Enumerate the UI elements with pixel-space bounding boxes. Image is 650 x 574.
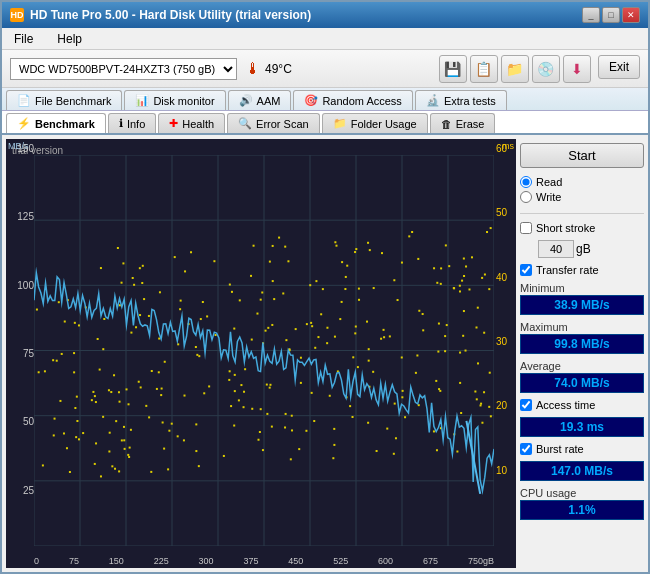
stroke-value-input[interactable] bbox=[538, 240, 574, 258]
menu-help[interactable]: Help bbox=[53, 31, 86, 47]
maximum-value: 99.8 MB/s bbox=[520, 334, 644, 354]
maximize-button[interactable]: □ bbox=[602, 7, 620, 23]
health-icon: ✚ bbox=[169, 117, 178, 130]
transfer-rate-label[interactable]: Transfer rate bbox=[520, 264, 644, 276]
maximum-label: Maximum bbox=[520, 321, 644, 333]
short-stroke-checkbox[interactable] bbox=[520, 222, 532, 234]
burst-rate-text: Burst rate bbox=[536, 443, 584, 455]
tab-folder-usage[interactable]: 📁 Folder Usage bbox=[322, 113, 428, 133]
minimum-stat: Minimum 38.9 MB/s bbox=[520, 282, 644, 315]
extra-tests-icon: 🔬 bbox=[426, 94, 440, 107]
tabs-row2: ⚡ Benchmark ℹ Info ✚ Health 🔍 Error Scan… bbox=[2, 111, 648, 135]
toolbar-buttons: 💾 📋 📁 💿 ⬇ Exit bbox=[439, 55, 640, 83]
copy-button[interactable]: 📋 bbox=[470, 55, 498, 83]
access-time-text: Access time bbox=[536, 399, 595, 411]
burst-rate-checkbox-label[interactable]: Burst rate bbox=[520, 443, 644, 455]
save-button[interactable]: 💾 bbox=[439, 55, 467, 83]
y-axis-left: 150 125 100 75 50 25 bbox=[6, 139, 36, 568]
write-radio-label[interactable]: Write bbox=[520, 191, 644, 203]
write-label: Write bbox=[536, 191, 561, 203]
app-icon: HD bbox=[10, 8, 24, 22]
cpu-label: CPU usage bbox=[520, 487, 644, 499]
erase-icon: 🗑 bbox=[441, 118, 452, 130]
close-button[interactable]: ✕ bbox=[622, 7, 640, 23]
tab-random-access[interactable]: 🎯 Random Access bbox=[293, 90, 412, 110]
window-title: HD Tune Pro 5.00 - Hard Disk Utility (tr… bbox=[30, 8, 311, 22]
benchmark-icon: ⚡ bbox=[17, 117, 31, 130]
cpu-stat: CPU usage 1.1% bbox=[520, 487, 644, 520]
toolbar: WDC WD7500BPVT-24HXZT3 (750 gB) 🌡 49°C 💾… bbox=[2, 50, 648, 88]
tab-benchmark[interactable]: ⚡ Benchmark bbox=[6, 113, 106, 133]
burst-rate-checkbox[interactable] bbox=[520, 443, 532, 455]
radio-group: Read Write bbox=[520, 174, 644, 205]
transfer-rate-text: Transfer rate bbox=[536, 264, 599, 276]
exit-button[interactable]: Exit bbox=[598, 55, 640, 79]
disk-monitor-icon: 📊 bbox=[135, 94, 149, 107]
tab-info[interactable]: ℹ Info bbox=[108, 113, 156, 133]
short-stroke-label[interactable]: Short stroke bbox=[520, 222, 644, 234]
tab-erase[interactable]: 🗑 Erase bbox=[430, 113, 496, 133]
access-time-checkbox[interactable] bbox=[520, 399, 532, 411]
floppy-button[interactable]: 💿 bbox=[532, 55, 560, 83]
temp-value: 49°C bbox=[265, 62, 292, 76]
burst-rate-value: 147.0 MB/s bbox=[520, 461, 644, 481]
read-radio-label[interactable]: Read bbox=[520, 176, 644, 188]
start-button[interactable]: Start bbox=[520, 143, 644, 168]
folder-button[interactable]: 📁 bbox=[501, 55, 529, 83]
main-window: HD HD Tune Pro 5.00 - Hard Disk Utility … bbox=[0, 0, 650, 574]
read-label: Read bbox=[536, 176, 562, 188]
folder-usage-icon: 📁 bbox=[333, 117, 347, 130]
access-time-value: 19.3 ms bbox=[520, 417, 644, 437]
error-scan-icon: 🔍 bbox=[238, 117, 252, 130]
minimize-button[interactable]: _ bbox=[582, 7, 600, 23]
tab-extra-tests[interactable]: 🔬 Extra tests bbox=[415, 90, 507, 110]
benchmark-chart bbox=[34, 155, 494, 546]
tabs-row1: 📄 File Benchmark 📊 Disk monitor 🔊 AAM 🎯 … bbox=[2, 88, 648, 111]
info-icon: ℹ bbox=[119, 117, 123, 130]
title-bar-left: HD HD Tune Pro 5.00 - Hard Disk Utility … bbox=[10, 8, 311, 22]
thermometer-icon: 🌡 bbox=[245, 60, 261, 78]
right-panel: Start Read Write Short stroke bbox=[520, 135, 648, 572]
tab-disk-monitor[interactable]: 📊 Disk monitor bbox=[124, 90, 225, 110]
y-axis-right: 60 50 40 30 20 10 bbox=[494, 139, 516, 544]
tab-health[interactable]: ✚ Health bbox=[158, 113, 225, 133]
cpu-value: 1.1% bbox=[520, 500, 644, 520]
transfer-rate-checkbox[interactable] bbox=[520, 264, 532, 276]
title-controls: _ □ ✕ bbox=[582, 7, 640, 23]
maximum-stat: Maximum 99.8 MB/s bbox=[520, 321, 644, 354]
main-area: trial version MB/s ms 150 125 100 75 50 … bbox=[2, 135, 648, 572]
short-stroke-text: Short stroke bbox=[536, 222, 595, 234]
stroke-input-group: gB bbox=[520, 240, 644, 258]
tab-aam[interactable]: 🔊 AAM bbox=[228, 90, 292, 110]
stroke-unit: gB bbox=[576, 242, 591, 256]
average-label: Average bbox=[520, 360, 644, 372]
tab-error-scan[interactable]: 🔍 Error Scan bbox=[227, 113, 320, 133]
divider1 bbox=[520, 213, 644, 214]
write-radio[interactable] bbox=[520, 191, 532, 203]
title-bar: HD HD Tune Pro 5.00 - Hard Disk Utility … bbox=[2, 2, 648, 28]
average-value: 74.0 MB/s bbox=[520, 373, 644, 393]
access-time-checkbox-label[interactable]: Access time bbox=[520, 399, 644, 411]
minimum-label: Minimum bbox=[520, 282, 644, 294]
drive-selector[interactable]: WDC WD7500BPVT-24HXZT3 (750 gB) bbox=[10, 58, 237, 80]
x-axis: 0 75 150 225 300 375 450 525 600 675 750… bbox=[34, 556, 494, 566]
temp-display: 🌡 49°C bbox=[245, 60, 292, 78]
minimum-value: 38.9 MB/s bbox=[520, 295, 644, 315]
aam-icon: 🔊 bbox=[239, 94, 253, 107]
menu-bar: File Help bbox=[2, 28, 648, 50]
chart-container: trial version MB/s ms 150 125 100 75 50 … bbox=[6, 139, 516, 568]
menu-file[interactable]: File bbox=[10, 31, 37, 47]
download-button[interactable]: ⬇ bbox=[563, 55, 591, 83]
average-stat: Average 74.0 MB/s bbox=[520, 360, 644, 393]
random-access-icon: 🎯 bbox=[304, 94, 318, 107]
read-radio[interactable] bbox=[520, 176, 532, 188]
tab-file-benchmark[interactable]: 📄 File Benchmark bbox=[6, 90, 122, 110]
file-benchmark-icon: 📄 bbox=[17, 94, 31, 107]
